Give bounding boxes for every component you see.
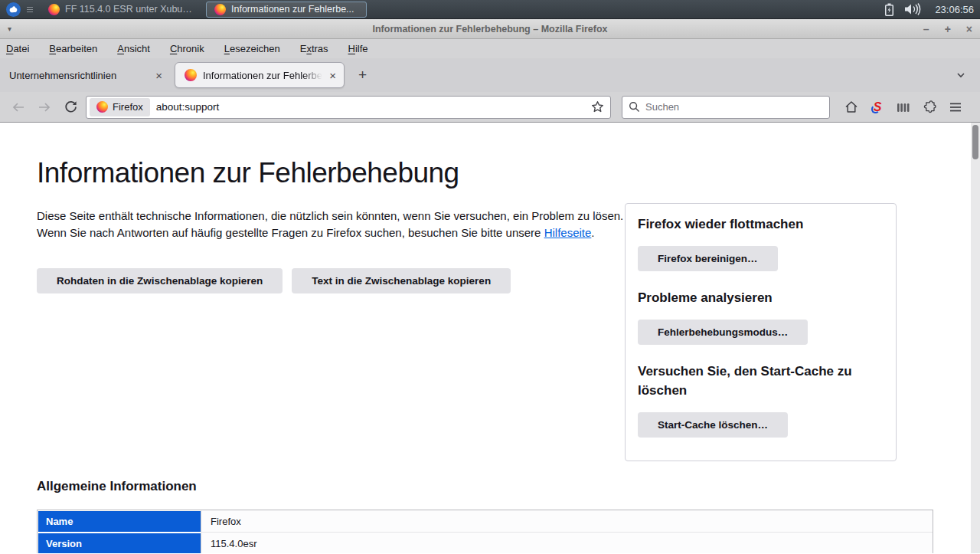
page-scrollbar[interactable] xyxy=(971,123,980,553)
bookmark-star-icon[interactable] xyxy=(591,100,604,113)
desktop-panel: FF 115.4.0 ESR unter Xubunt... Informati… xyxy=(0,0,980,19)
search-bar[interactable]: Suchen xyxy=(622,96,830,119)
page-title: Informationen zur Fehlerbehebung xyxy=(37,157,649,189)
menu-lesezeichen[interactable]: Lesezeichen xyxy=(224,43,280,54)
row-value: 115.4.0esr xyxy=(201,533,933,553)
close-button[interactable]: × xyxy=(966,24,972,34)
menu-hilfe[interactable]: Hilfe xyxy=(348,43,368,54)
minimize-button[interactable]: – xyxy=(923,24,929,34)
fence-icon xyxy=(897,101,910,113)
url-bar[interactable]: Firefox about:support xyxy=(86,96,611,119)
extensions-button[interactable] xyxy=(919,97,940,118)
identity-chip-label: Firefox xyxy=(113,101,143,113)
back-button[interactable] xyxy=(8,97,29,118)
tab-close-icon[interactable]: × xyxy=(329,70,336,81)
reload-button[interactable] xyxy=(60,97,81,118)
taskbar-window-button[interactable]: FF 115.4.0 ESR unter Xubunt... xyxy=(41,2,201,18)
back-arrow-icon xyxy=(11,101,25,113)
hamburger-menu-icon xyxy=(949,102,962,113)
new-tab-button[interactable]: + xyxy=(349,67,376,84)
reload-icon xyxy=(64,100,77,113)
tab-title: Unternehmensrichtlinien xyxy=(9,70,151,81)
clear-startup-cache-button[interactable]: Start-Cache löschen… xyxy=(638,412,788,438)
menu-bearbeiten[interactable]: Bearbeiten xyxy=(49,43,97,54)
window-button-label: Informationen zur Fehlerbe... xyxy=(231,4,354,15)
window-button-label: FF 115.4.0 ESR unter Xubunt... xyxy=(65,4,194,15)
scrollbar-thumb[interactable] xyxy=(972,125,978,159)
row-label: Version xyxy=(38,533,201,553)
firefox-icon xyxy=(214,4,226,15)
copy-raw-button[interactable]: Rohdaten in die Zwischenablage kopieren xyxy=(37,268,283,293)
firefox-icon xyxy=(96,101,108,113)
navigation-toolbar: Firefox about:support Suchen S xyxy=(0,92,980,123)
mouse-logo-icon xyxy=(8,5,18,15)
table-row: Version 115.4.0esr xyxy=(38,533,933,553)
forward-arrow-icon xyxy=(38,101,51,113)
app-menu-button[interactable] xyxy=(945,97,966,118)
identity-chip[interactable]: Firefox xyxy=(90,98,150,116)
sidebar-heading-refresh: Firefox wieder flottmachen xyxy=(638,215,884,234)
forward-button[interactable] xyxy=(34,97,55,118)
sidebar-heading-analyze: Probleme analysieren xyxy=(638,288,884,307)
page-content: Informationen zur Fehlerbehebung Diese S… xyxy=(0,123,980,553)
search-icon xyxy=(629,101,640,113)
row-value: Firefox xyxy=(201,510,933,533)
section-heading-general: Allgemeine Informationen xyxy=(37,479,197,494)
troubleshoot-mode-button[interactable]: Fehlerbehebungsmodus… xyxy=(638,320,808,345)
home-icon xyxy=(844,100,858,113)
menu-chronik[interactable]: Chronik xyxy=(170,43,204,54)
s-extension-icon: S xyxy=(874,101,882,113)
tab-unternehmensrichtlinien[interactable]: Unternehmensrichtlinien × xyxy=(0,58,170,92)
firefox-icon xyxy=(48,4,60,15)
refresh-firefox-button[interactable]: Firefox bereinigen… xyxy=(638,246,778,271)
chevron-down-icon xyxy=(956,70,966,80)
home-button[interactable] xyxy=(841,97,862,118)
row-label: Name xyxy=(38,510,201,533)
sidebar-heading-startupcache: Versuchen Sie, den Start-Cache zu lösche… xyxy=(638,362,884,400)
url-input[interactable]: about:support xyxy=(156,101,585,113)
s-extension-button[interactable]: S xyxy=(867,97,888,118)
window-title: Informationen zur Fehlerbehebung – Mozil… xyxy=(0,24,980,34)
firefox-favicon-icon xyxy=(185,69,197,81)
fence-extension-button[interactable] xyxy=(893,97,914,118)
menu-ansicht[interactable]: Ansicht xyxy=(117,43,150,54)
tab-close-icon[interactable]: × xyxy=(155,70,162,81)
search-input[interactable]: Suchen xyxy=(645,101,679,113)
table-row: Name Firefox xyxy=(38,510,933,533)
window-titlebar: ▾ Informationen zur Fehlerbehebung – Moz… xyxy=(0,19,980,39)
puzzle-piece-icon xyxy=(923,100,936,113)
volume-icon[interactable] xyxy=(904,3,921,15)
taskbar-window-button-active[interactable]: Informationen zur Fehlerbe... xyxy=(206,2,367,18)
tab-fehlerbehebung-active[interactable]: Informationen zur Fehlerbehebung × xyxy=(175,62,345,88)
list-all-tabs-button[interactable] xyxy=(945,70,977,80)
panel-separator-handle xyxy=(27,7,33,12)
troubleshoot-sidebar: Firefox wieder flottmachen Firefox berei… xyxy=(625,203,897,461)
copy-text-button[interactable]: Text in die Zwischenablage kopieren xyxy=(292,268,511,293)
help-page-link[interactable]: Hilfeseite xyxy=(544,226,592,239)
tab-bar: Unternehmensrichtlinien × Informationen … xyxy=(0,58,980,92)
general-info-table: Name Firefox Version 115.4.0esr xyxy=(37,510,933,553)
battery-charging-icon[interactable] xyxy=(885,3,893,16)
maximize-button[interactable]: + xyxy=(945,24,951,34)
applications-menu-icon[interactable] xyxy=(6,2,21,17)
intro-paragraph: Diese Seite enthält technische Informati… xyxy=(37,208,643,241)
menu-datei[interactable]: Datei xyxy=(6,43,29,54)
menu-extras[interactable]: Extras xyxy=(300,43,328,54)
browser-menubar: Datei Bearbeiten Ansicht Chronik Lesezei… xyxy=(0,39,980,58)
tab-title: Informationen zur Fehlerbehebung xyxy=(203,70,325,81)
panel-clock[interactable]: 23:06:56 xyxy=(935,4,974,15)
